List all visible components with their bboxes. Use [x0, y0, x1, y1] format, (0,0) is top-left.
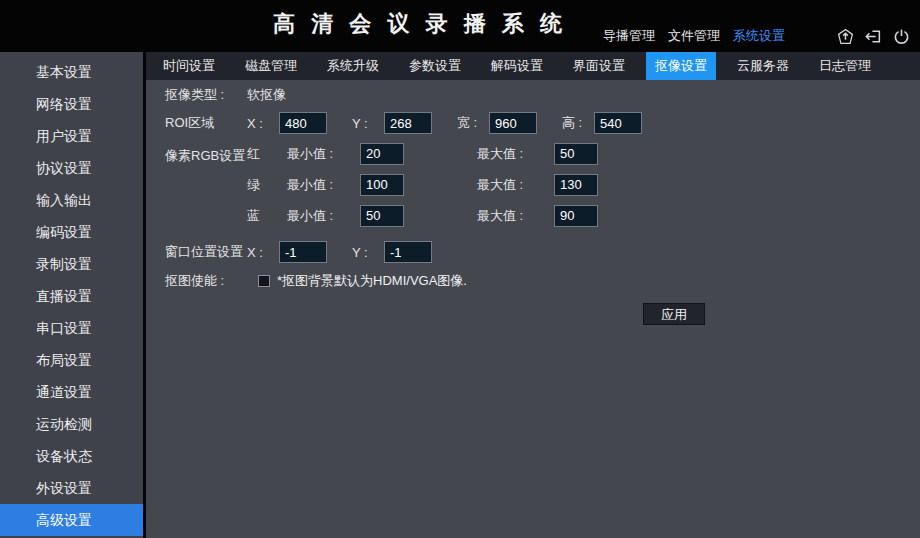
- main-panel: 时间设置 磁盘管理 系统升级 参数设置 解码设置 界面设置 抠像设置 云服务器 …: [146, 52, 920, 538]
- blue-min-label: 最小值 :: [287, 207, 360, 225]
- keying-type-label: 抠像类型 :: [165, 86, 247, 104]
- rgb-rows: 红 最小值 : 最大值 : 绿 最小值 : 最大值 :: [247, 138, 598, 231]
- tab-disk[interactable]: 磁盘管理: [236, 52, 306, 80]
- matting-enable-row: 抠图使能 : *抠图背景默认为HDMI/VGA图像.: [165, 267, 920, 295]
- upload-icon[interactable]: [837, 28, 854, 45]
- sidebar-item-advanced[interactable]: 高级设置: [0, 504, 143, 536]
- top-menu: 导播管理 文件管理 系统设置: [603, 27, 785, 45]
- red-min-input[interactable]: [360, 143, 404, 165]
- header-bar: 高 清 会 议 录 播 系 统 导播管理 文件管理 系统设置: [0, 0, 920, 52]
- blue-min-input[interactable]: [360, 205, 404, 227]
- app-title: 高 清 会 议 录 播 系 统: [273, 9, 567, 39]
- roi-y-label: Y :: [352, 116, 384, 131]
- keying-settings-form: 抠像类型 : 软抠像 ROI区域 X : Y : 宽 : 高 :: [146, 80, 920, 325]
- roi-y-input[interactable]: [384, 112, 432, 134]
- roi-label: ROI区域: [165, 114, 247, 132]
- tab-decode[interactable]: 解码设置: [482, 52, 552, 80]
- menu-item-system[interactable]: 系统设置: [733, 27, 785, 45]
- green-min-input[interactable]: [360, 174, 404, 196]
- sidebar-item-peripheral[interactable]: 外设设置: [0, 472, 143, 504]
- rgb-row-blue: 蓝 最小值 : 最大值 :: [247, 200, 598, 231]
- keying-type-row: 抠像类型 : 软抠像: [165, 82, 920, 108]
- matting-note: *抠图背景默认为HDMI/VGA图像.: [277, 272, 467, 290]
- sidebar-item-user[interactable]: 用户设置: [0, 120, 143, 152]
- red-max-input[interactable]: [554, 143, 598, 165]
- tab-upgrade[interactable]: 系统升级: [318, 52, 388, 80]
- matting-enable-checkbox[interactable]: [258, 275, 270, 287]
- roi-height-input[interactable]: [594, 112, 642, 134]
- window-position-row: 窗口位置设置 X : Y :: [165, 237, 920, 267]
- red-channel-label: 红: [247, 145, 287, 163]
- app-window: 高 清 会 议 录 播 系 统 导播管理 文件管理 系统设置: [0, 0, 920, 538]
- matting-enable-label: 抠图使能 :: [165, 272, 247, 290]
- tab-time[interactable]: 时间设置: [154, 52, 224, 80]
- green-max-input[interactable]: [554, 174, 598, 196]
- sidebar-item-live[interactable]: 直播设置: [0, 280, 143, 312]
- tab-keying[interactable]: 抠像设置: [646, 52, 716, 80]
- rgb-group-label: 像素RGB设置: [165, 138, 247, 231]
- window-x-label: X :: [247, 245, 279, 260]
- tab-bar: 时间设置 磁盘管理 系统升级 参数设置 解码设置 界面设置 抠像设置 云服务器 …: [146, 52, 920, 80]
- blue-max-label: 最大值 :: [477, 207, 554, 225]
- sidebar-item-network[interactable]: 网络设置: [0, 88, 143, 120]
- tab-ui[interactable]: 界面设置: [564, 52, 634, 80]
- window-y-label: Y :: [352, 245, 384, 260]
- sidebar-item-serial[interactable]: 串口设置: [0, 312, 143, 344]
- red-max-label: 最大值 :: [477, 145, 554, 163]
- tab-cloud[interactable]: 云服务器: [728, 52, 798, 80]
- power-icon[interactable]: [893, 28, 910, 45]
- green-min-label: 最小值 :: [287, 176, 360, 194]
- window-position-label: 窗口位置设置: [165, 243, 247, 261]
- tab-log[interactable]: 日志管理: [810, 52, 880, 80]
- sidebar-item-record[interactable]: 录制设置: [0, 248, 143, 280]
- roi-x-label: X :: [247, 116, 279, 131]
- sidebar-item-layout[interactable]: 布局设置: [0, 344, 143, 376]
- keying-type-value: 软抠像: [247, 86, 286, 104]
- tab-params[interactable]: 参数设置: [400, 52, 470, 80]
- logout-icon[interactable]: [865, 28, 882, 45]
- sidebar-item-channel[interactable]: 通道设置: [0, 376, 143, 408]
- roi-height-label: 高 :: [562, 114, 594, 132]
- roi-width-label: 宽 :: [457, 114, 489, 132]
- sidebar-item-motion[interactable]: 运动检测: [0, 408, 143, 440]
- roi-row: ROI区域 X : Y : 宽 : 高 :: [165, 108, 920, 138]
- sidebar-item-protocol[interactable]: 协议设置: [0, 152, 143, 184]
- sidebar-item-io[interactable]: 输入输出: [0, 184, 143, 216]
- rgb-settings-group: 像素RGB设置 红 最小值 : 最大值 : 绿 最小值 :: [165, 138, 920, 231]
- roi-width-input[interactable]: [489, 112, 537, 134]
- blue-channel-label: 蓝: [247, 207, 287, 225]
- rgb-row-green: 绿 最小值 : 最大值 :: [247, 169, 598, 200]
- green-channel-label: 绿: [247, 176, 287, 194]
- sidebar-item-status[interactable]: 设备状态: [0, 440, 143, 472]
- menu-item-files[interactable]: 文件管理: [668, 27, 720, 45]
- rgb-row-red: 红 最小值 : 最大值 :: [247, 138, 598, 169]
- menu-item-director[interactable]: 导播管理: [603, 27, 655, 45]
- sidebar-item-encode[interactable]: 编码设置: [0, 216, 143, 248]
- sidebar-item-basic[interactable]: 基本设置: [0, 56, 143, 88]
- green-max-label: 最大值 :: [477, 176, 554, 194]
- window-x-input[interactable]: [279, 241, 327, 263]
- window-y-input[interactable]: [384, 241, 432, 263]
- roi-x-input[interactable]: [279, 112, 327, 134]
- apply-button[interactable]: 应用: [643, 303, 705, 325]
- sidebar: 基本设置 网络设置 用户设置 协议设置 输入输出 编码设置 录制设置 直播设置 …: [0, 52, 143, 538]
- red-min-label: 最小值 :: [287, 145, 360, 163]
- blue-max-input[interactable]: [554, 205, 598, 227]
